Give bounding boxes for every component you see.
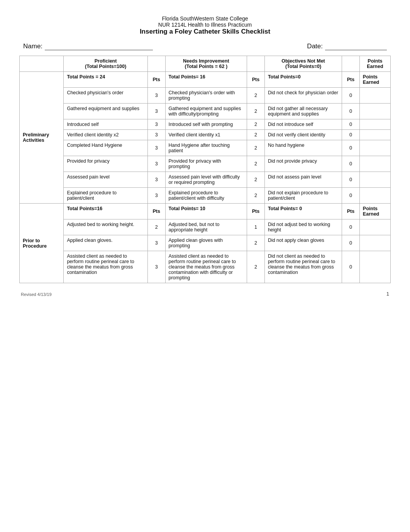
page-number: 1 (386, 291, 389, 297)
not-met-cell: Did not check for physician order (264, 88, 342, 104)
pts-p-cell: 3 (147, 235, 165, 251)
earned-cell[interactable] (359, 172, 390, 188)
needs-cell: Assessed pain level with difficulty or r… (165, 172, 247, 188)
not-met-total-1: Total Points= 0 (264, 204, 342, 219)
pts-n-cell: 2 (247, 235, 265, 251)
pts-p-header-1: Pts (147, 204, 165, 219)
pts-n-cell: 2 (247, 104, 265, 119)
name-input[interactable] (45, 42, 153, 50)
pts-n-cell: 2 (247, 251, 265, 283)
earned-cell[interactable] (359, 188, 390, 204)
pts-nm-cell: 0 (342, 104, 360, 119)
name-field: Name: (23, 42, 153, 50)
not-met-total-0: Total Points=0 (264, 72, 342, 88)
pts-n-col-header (247, 56, 265, 72)
needs-cell: Explained procedure to patient/client wi… (165, 188, 247, 204)
pts-nm-cell: 0 (342, 88, 360, 104)
skills-table: Proficient (Total Points=100) Needs Impr… (19, 56, 391, 283)
not-met-cell: Did not gather all necessary equipment a… (264, 104, 342, 119)
pts-nm-cell: 0 (342, 188, 360, 204)
needs-total-0: Total Points= 16 (165, 72, 247, 88)
table-row: Explained procedure to patient/client 3 … (20, 188, 391, 204)
not-met-cell: No hand hygiene (264, 140, 342, 156)
earned-cell[interactable] (359, 219, 390, 235)
earned-cell[interactable] (359, 251, 390, 283)
date-field: Date: (307, 42, 387, 50)
pts-n-cell: 2 (247, 188, 265, 204)
pts-p-cell: 3 (147, 156, 165, 172)
needs-total-1: Total Points= 10 (165, 204, 247, 219)
not-met-cell: Did not assess pain level (264, 172, 342, 188)
earned-cell[interactable] (359, 88, 390, 104)
pts-n-header-1: Pts (247, 204, 265, 219)
pts-n-cell: 2 (247, 140, 265, 156)
pts-p-cell: 3 (147, 104, 165, 119)
proficient-cell: Adjusted bed to working height. (64, 219, 147, 235)
not-met-cell: Did not apply clean gloves (264, 235, 342, 251)
proficient-cell: Applied clean gloves. (64, 235, 147, 251)
proficient-cell: Explained procedure to patient/client (64, 188, 147, 204)
needs-col-header: Needs Improvement (Total Points = 62 ) (165, 56, 247, 72)
pts-nm-cell: 0 (342, 219, 360, 235)
name-label: Name: (23, 42, 42, 50)
date-input[interactable] (325, 42, 387, 50)
pts-n-cell: 2 (247, 172, 265, 188)
pts-p-header-0: Pts (147, 72, 165, 88)
date-label: Date: (307, 42, 323, 50)
proficient-cell: Assessed pain level (64, 172, 147, 188)
table-row: Checked physician's order 3 Checked phys… (20, 88, 391, 104)
earned-cell[interactable] (359, 130, 390, 140)
header-line1: Florida SouthWestern State College (19, 15, 391, 22)
needs-cell: Applied clean gloves with prompting (165, 235, 247, 251)
pts-p-cell: 3 (147, 119, 165, 130)
pts-nm-cell: 0 (342, 156, 360, 172)
section-label-1: Prior to Procedure (20, 204, 64, 283)
table-row: Provided for privacy 3 Provided for priv… (20, 156, 391, 172)
proficient-cell: Gathered equipment and supplies (64, 104, 147, 119)
revised-label: Revised 4/13/19 (21, 292, 52, 297)
section-subheader-1: Prior to Procedure Total Points=16 Pts T… (20, 204, 391, 219)
earned-cell[interactable] (359, 156, 390, 172)
needs-cell: Gathered equipment and supplies with dif… (165, 104, 247, 119)
pts-p-cell: 3 (147, 88, 165, 104)
proficient-cell: Introduced self (64, 119, 147, 130)
header-line2: NUR 1214L Health to Illness Practicum (19, 22, 391, 28)
not-met-cell: Did not adjust bed to working height (264, 219, 342, 235)
earned-cell[interactable] (359, 104, 390, 119)
pts-p-cell: 3 (147, 188, 165, 204)
not-met-cell: Did not verify client identity (264, 130, 342, 140)
needs-cell: Hand Hygiene after touching patient (165, 140, 247, 156)
pts-n-header-0: Pts (247, 72, 265, 88)
pts-n-cell: 2 (247, 119, 265, 130)
earned-cell[interactable] (359, 140, 390, 156)
pts-nm-cell: 0 (342, 235, 360, 251)
earned-cell[interactable] (359, 235, 390, 251)
needs-cell: Verified client identity x1 (165, 130, 247, 140)
table-row: Introduced self 3 Introduced self with p… (20, 119, 391, 130)
not-met-cell: Did not client as needed to perform rout… (264, 251, 342, 283)
pts-p-col-header (147, 56, 165, 72)
proficient-total-1: Total Points=16 (64, 204, 147, 219)
table-row: Adjusted bed to working height. 2 Adjust… (20, 219, 391, 235)
pts-n-cell: 2 (247, 130, 265, 140)
not-met-cell: Did not provide privacy (264, 156, 342, 172)
not-met-cell: Did not introduce self (264, 119, 342, 130)
pts-nm-cell: 0 (342, 172, 360, 188)
pts-nm-cell: 0 (342, 140, 360, 156)
earned-header-1: Points Earned (359, 204, 390, 219)
column-headers: Proficient (Total Points=100) Needs Impr… (20, 56, 391, 72)
table-row: Gathered equipment and supplies 3 Gather… (20, 104, 391, 119)
earned-cell[interactable] (359, 119, 390, 130)
proficient-cell: Checked physician's order (64, 88, 147, 104)
needs-cell: Introduced self with prompting (165, 119, 247, 130)
section-label-0: Preliminary Activities (20, 72, 64, 204)
page-footer: Revised 4/13/19 1 (19, 291, 391, 297)
header-line3: Inserting a Foley Catheter Skills Checkl… (19, 28, 391, 36)
pts-nm-cell: 0 (342, 130, 360, 140)
earned-header-0: Points Earned (359, 72, 390, 88)
needs-cell: Adjusted bed, but not to appropriate hei… (165, 219, 247, 235)
needs-cell: Assisted client as needed to perform rou… (165, 251, 247, 283)
pts-p-cell: 3 (147, 251, 165, 283)
pts-p-cell: 3 (147, 130, 165, 140)
proficient-total-0: Total Points = 24 (64, 72, 147, 88)
